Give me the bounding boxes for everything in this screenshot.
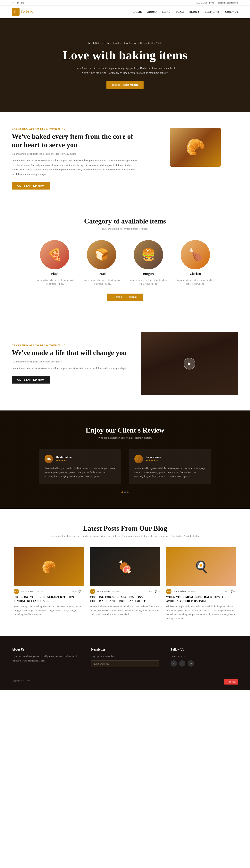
- blog-excerpt-1: Saving money – it's something we would a…: [14, 604, 84, 616]
- blog-stats-3: 👁 17 💬 54: [225, 590, 237, 593]
- blog-post-title-2[interactable]: Cooking For Special Occasions Cookware I…: [90, 595, 160, 603]
- review-section: Enjoy our Client's Review Who are in ext…: [0, 410, 250, 509]
- blog-date-1: 13th Dec: [35, 590, 44, 593]
- baked-image: 🥐: [152, 128, 238, 167]
- chicken-icon: 🍗: [180, 240, 210, 269]
- pizza-desc: Inappropriate behavior is often toughted…: [35, 278, 74, 286]
- nav-about[interactable]: ABOUT: [147, 10, 157, 13]
- reviewer-name-2: Fannie Rowe: [146, 456, 161, 459]
- dot-1[interactable]: [121, 492, 123, 493]
- category-item-bread[interactable]: 🍞 Bread Inappropriate behavior is often …: [82, 240, 121, 286]
- chicken-name: Chicken: [190, 272, 201, 276]
- life-title: We've made a life that will change you: [12, 349, 129, 357]
- blog-author-3: Mark Wiens: [173, 590, 186, 593]
- dot-2[interactable]: [124, 492, 126, 493]
- play-button[interactable]: ▶: [184, 358, 195, 370]
- nav-team[interactable]: TEAM: [176, 10, 184, 13]
- life-tagline: We are here to listen from you deliver e…: [12, 360, 129, 363]
- hero-subtitle: Whenever we rake, bake with our heart: [88, 41, 162, 44]
- reviewer-avatar-1: HS: [45, 455, 53, 463]
- footer-newsletter: Newsletter Stay update with our latest: [91, 648, 159, 668]
- blog-meta-3: MW Mark Wiens 13th Dec 👁 17 💬 54: [166, 586, 236, 595]
- footer-follow: Follow Us Let us be social f t in: [170, 648, 238, 668]
- blog-stats-1: 👁 17 💬 04: [72, 590, 84, 593]
- blog-post-title-1[interactable]: Stocking Your Restaurant Kitchen Finding…: [14, 595, 84, 603]
- video-thumbnail[interactable]: ▶: [141, 332, 238, 395]
- dot-3[interactable]: [127, 492, 129, 493]
- behance-icon[interactable]: Be: [21, 1, 24, 4]
- blog-comments-2: 💬 04: [155, 590, 160, 593]
- blog-image-1: 🥐: [14, 547, 84, 586]
- facebook-icon[interactable]: f: [12, 1, 12, 4]
- baked-tagline: We are here to listen from you deliver e…: [12, 152, 141, 155]
- life-body: Lorem ipsum dolor sit amet, consectetur …: [12, 366, 129, 370]
- hero-cta-button[interactable]: Check Our Menu: [107, 81, 144, 89]
- category-item-chicken[interactable]: 🍗 Chicken Inappropriate behavior is ofte…: [176, 240, 215, 286]
- footer-download-button[interactable]: 下载下载: [224, 679, 238, 684]
- category-item-burgers[interactable]: 🍔 Burgers Inappropriate behavior is ofte…: [129, 240, 168, 286]
- baked-content: Brand New App To Blow Your Mind We've ba…: [12, 128, 141, 189]
- footer-about: About Us If you own an iPhone, you've pr…: [12, 648, 80, 668]
- footer: About Us If you own an iPhone, you've pr…: [0, 636, 250, 690]
- navbar: 🥐 Bakery HOME ABOUT MENU TEAM BLOG ▾ ELE…: [0, 6, 250, 18]
- footer-twitter-icon[interactable]: t: [179, 660, 185, 666]
- category-subtitle: They are grilling celebrities in their o…: [12, 227, 238, 230]
- nav-blog[interactable]: BLOG ▾: [189, 10, 199, 13]
- blog-meta-2: MW Mark Wiens 13th Dec 👁 17 💬 04: [90, 586, 160, 595]
- pizza-icon: 🍕: [40, 240, 70, 269]
- chicken-desc: Inappropriate behavior is often toughted…: [176, 278, 215, 286]
- category-item-pizza[interactable]: 🍕 Pizza Inappropriate behavior is often …: [35, 240, 74, 286]
- croissant-illustration: 🥐: [170, 128, 221, 167]
- baked-title: We've baked every item from the core of …: [12, 132, 141, 149]
- footer-grid: About Us If you own an iPhone, you've pr…: [12, 648, 238, 668]
- nav-links: HOME ABOUT MENU TEAM BLOG ▾ ELEMENTS CON…: [133, 10, 238, 13]
- nav-contact[interactable]: CONTACT: [225, 10, 238, 13]
- view-menu-button[interactable]: View Full Menu: [107, 293, 143, 301]
- blog-author-avatar-3: MW: [166, 589, 171, 594]
- blog-post-title-3[interactable]: When Your Meal Bites Back Tips For Avoid…: [166, 595, 236, 603]
- footer-bottom: Copyright © Cakella 下载下载: [12, 675, 238, 684]
- newsletter-email-input[interactable]: [91, 660, 159, 668]
- life-label: Brand New App To Blow Your Mind: [12, 344, 129, 346]
- blog-date-3: 13th Dec: [188, 590, 196, 593]
- burgers-desc: Inappropriate behavior is often toughted…: [129, 278, 168, 286]
- review-subtitle: Who are in extremely love with eco frien…: [12, 436, 238, 439]
- category-section: Category of available items They are gri…: [0, 205, 250, 317]
- blog-date-2: 13th Dec: [112, 590, 119, 593]
- blog-stats-2: 👁 17 💬 04: [148, 590, 160, 593]
- blog-excerpt-2: You can find many fondue recipes and wha…: [90, 604, 160, 616]
- nav-menu[interactable]: MENU: [162, 10, 170, 13]
- life-cta-button[interactable]: Get Started Now: [12, 376, 50, 383]
- footer-copyright: Copyright © Cakella: [12, 679, 30, 684]
- social-links[interactable]: f t in Be: [12, 1, 24, 4]
- bread-name: Bread: [98, 272, 106, 276]
- footer-about-title: About Us: [12, 648, 80, 651]
- twitter-icon[interactable]: t: [15, 1, 15, 4]
- blog-excerpt-3: While some people really want to have a …: [166, 604, 236, 620]
- pinterest-icon[interactable]: in: [17, 1, 19, 4]
- footer-follow-label: Let us be social: [170, 654, 238, 659]
- logo[interactable]: 🥐 Bakery: [12, 8, 33, 16]
- reviewer-stars-2: ★★★★☆: [146, 459, 161, 462]
- review-text-1: Accessories Here you can find the best c…: [45, 466, 116, 478]
- review-card-1: HS Hulda Sutton ★★★★☆ Accessories Here y…: [39, 449, 121, 484]
- burgers-icon: 🍔: [134, 240, 163, 269]
- footer-newsletter-title: Newsletter: [91, 648, 159, 651]
- top-bar: f t in Be +913 012 3854 898 support@coac…: [0, 0, 250, 6]
- bread-desc: Inappropriate behavior is often toughted…: [82, 278, 121, 286]
- footer-facebook-icon[interactable]: f: [170, 660, 177, 666]
- nav-elements[interactable]: ELEMENTS: [205, 10, 220, 13]
- nav-home[interactable]: HOME: [133, 10, 142, 13]
- reviewer-name-1: Hulda Sutton: [56, 456, 72, 459]
- bread-icon: 🍞: [87, 240, 116, 269]
- footer-about-text: If you own an iPhone, you've probably al…: [12, 654, 80, 663]
- hero-section: Whenever we rake, bake with our heart Lo…: [0, 18, 250, 112]
- category-grid: 🍕 Pizza Inappropriate behavior is often …: [12, 240, 238, 286]
- reviewer-stars-1: ★★★★☆: [56, 459, 72, 462]
- baked-cta-button[interactable]: Get started Now: [12, 182, 50, 189]
- review-card-2: FR Fannie Rowe ★★★★☆ Accessories Here yo…: [129, 449, 211, 484]
- blog-title: Latest Posts From Our Blog: [12, 524, 238, 532]
- blog-comments-1: 💬 04: [79, 590, 84, 593]
- footer-linkedin-icon[interactable]: in: [188, 660, 194, 666]
- footer-social-links: f t in: [170, 660, 238, 666]
